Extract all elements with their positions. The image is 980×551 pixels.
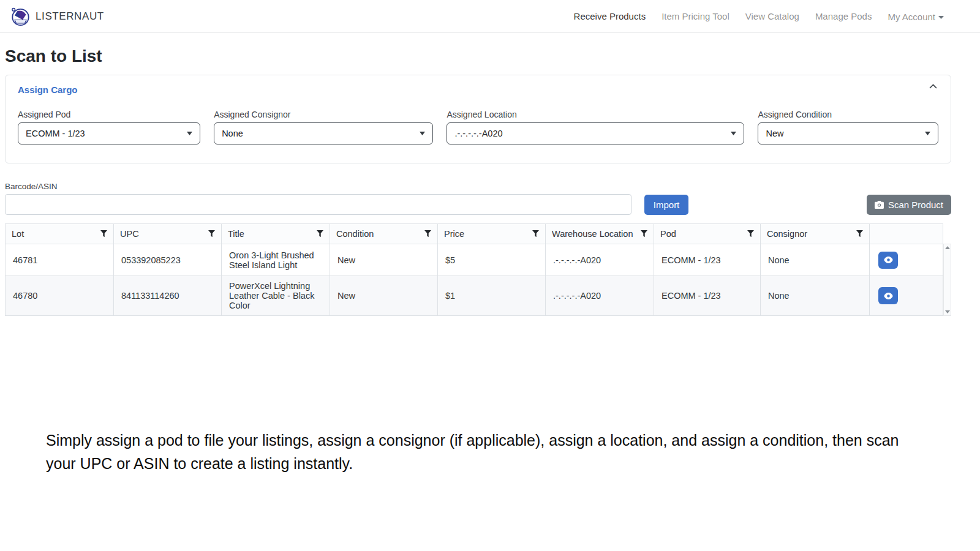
filter-icon[interactable]	[208, 230, 215, 238]
cell-consignor: None	[761, 244, 870, 276]
column-header-title[interactable]: Title	[222, 224, 330, 244]
filter-icon[interactable]	[100, 230, 107, 238]
brand[interactable]: LISTERNAUT	[10, 7, 104, 26]
cell-upc: 053392085223	[114, 244, 222, 276]
nav-links: Receive Products Item Pricing Tool View …	[567, 6, 951, 27]
column-header-upc[interactable]: UPC	[114, 224, 222, 244]
cell-condition: New	[330, 276, 438, 316]
assigned-pod-select[interactable]: ECOMM - 1/23	[18, 122, 200, 144]
cell-price: $5	[438, 244, 546, 276]
eye-icon	[884, 257, 893, 263]
column-header-price[interactable]: Price	[438, 224, 546, 244]
select-caret-icon	[925, 132, 930, 135]
filter-icon[interactable]	[856, 230, 863, 238]
page-title: Scan to List	[5, 47, 951, 66]
assign-cargo-panel: Assign Cargo Assigned Pod ECOMM - 1/23 A…	[5, 75, 951, 163]
assigned-location-label: Assigned Location	[447, 110, 744, 119]
nav-my-account[interactable]: My Account	[881, 6, 951, 27]
table-scrollbar[interactable]	[943, 244, 951, 316]
column-header-actions	[870, 224, 943, 244]
cell-pod: ECOMM - 1/23	[654, 244, 761, 276]
cell-condition: New	[330, 244, 438, 276]
assigned-location-select[interactable]: .-.-.-.-.-A020	[447, 122, 744, 144]
cell-title: Oron 3-Light Brushed Steel Island Light	[222, 244, 330, 276]
assigned-condition-label: Assigned Condition	[758, 110, 938, 119]
instructions-text: Simply assign a pod to file your listing…	[46, 429, 926, 475]
assigned-pod-label: Assigned Pod	[18, 110, 200, 119]
nav-item-pricing-tool[interactable]: Item Pricing Tool	[655, 6, 736, 26]
filter-icon[interactable]	[641, 230, 647, 238]
eye-icon	[884, 293, 893, 299]
cell-price: $1	[438, 276, 546, 316]
select-caret-icon	[731, 132, 736, 135]
scan-product-label: Scan Product	[888, 200, 943, 210]
main-content: Scan to List Assign Cargo Assigned Pod E…	[5, 47, 951, 475]
assigned-consignor-field: Assigned Consignor None	[214, 110, 433, 144]
barcode-label: Barcode/ASIN	[5, 182, 951, 191]
cell-consignor: None	[761, 276, 870, 316]
assigned-consignor-label: Assigned Consignor	[214, 110, 433, 119]
table-row: 46780 841133114260 PowerXcel Lightning L…	[6, 276, 943, 316]
assigned-consignor-select[interactable]: None	[214, 122, 433, 144]
filter-icon[interactable]	[317, 230, 323, 238]
select-caret-icon	[420, 132, 425, 135]
assigned-location-field: Assigned Location .-.-.-.-.-A020	[447, 110, 744, 144]
assign-cargo-title: Assign Cargo	[18, 84, 938, 95]
assigned-pod-field: Assigned Pod ECOMM - 1/23	[18, 110, 200, 144]
filter-icon[interactable]	[747, 230, 754, 238]
view-listing-button[interactable]	[878, 287, 898, 304]
scan-product-button[interactable]: Scan Product	[867, 195, 951, 215]
select-caret-icon	[187, 132, 192, 135]
scroll-up-icon[interactable]	[945, 246, 950, 249]
cell-lot: 46781	[6, 244, 114, 276]
assigned-condition-value: New	[766, 129, 783, 138]
barcode-input[interactable]	[5, 194, 631, 215]
cell-title: PowerXcel Lightning Leather Cable - Blac…	[222, 276, 330, 316]
nav-view-catalog[interactable]: View Catalog	[739, 6, 806, 26]
view-listing-button[interactable]	[878, 252, 898, 269]
assigned-pod-value: ECOMM - 1/23	[26, 129, 85, 138]
barcode-section: Barcode/ASIN Import Scan Product	[5, 182, 951, 215]
column-header-consignor[interactable]: Consignor	[761, 224, 870, 244]
cell-lot: 46780	[6, 276, 114, 316]
column-header-lot[interactable]: Lot	[6, 224, 114, 244]
cell-warehouse-location: .-.-.-.-.-A020	[546, 244, 654, 276]
column-header-pod[interactable]: Pod	[654, 224, 761, 244]
cell-actions	[870, 276, 943, 316]
column-header-warehouse-location[interactable]: Warehouse Location	[546, 224, 654, 244]
top-navbar: LISTERNAUT Receive Products Item Pricing…	[0, 0, 980, 33]
collapse-panel-button[interactable]	[929, 84, 937, 89]
assigned-consignor-value: None	[222, 129, 243, 138]
cell-actions	[870, 244, 943, 276]
assign-cargo-fields: Assigned Pod ECOMM - 1/23 Assigned Consi…	[18, 110, 938, 144]
cell-pod: ECOMM - 1/23	[654, 276, 761, 316]
table-row: 46781 053392085223 Oron 3-Light Brushed …	[6, 244, 943, 276]
assigned-condition-select[interactable]: New	[758, 122, 938, 144]
astronaut-helmet-logo-icon	[10, 7, 30, 26]
scroll-down-icon[interactable]	[945, 310, 950, 313]
nav-receive-products[interactable]: Receive Products	[567, 6, 653, 26]
table-header-row: Lot UPC Title Condition Price Warehouse …	[6, 224, 943, 244]
filter-icon[interactable]	[424, 230, 431, 238]
assigned-location-value: .-.-.-.-.-A020	[454, 129, 502, 138]
brand-name: LISTERNAUT	[36, 10, 104, 23]
import-button[interactable]: Import	[644, 195, 689, 215]
column-header-condition[interactable]: Condition	[330, 224, 438, 244]
chevron-up-icon	[929, 80, 937, 91]
filter-icon[interactable]	[532, 230, 539, 238]
listings-table: Lot UPC Title Condition Price Warehouse …	[5, 223, 951, 316]
assigned-condition-field: Assigned Condition New	[758, 110, 938, 144]
cell-warehouse-location: .-.-.-.-.-A020	[546, 276, 654, 316]
cell-upc: 841133114260	[114, 276, 222, 316]
chevron-down-icon	[938, 10, 944, 21]
nav-manage-pods[interactable]: Manage Pods	[809, 6, 879, 26]
camera-icon	[875, 201, 884, 209]
